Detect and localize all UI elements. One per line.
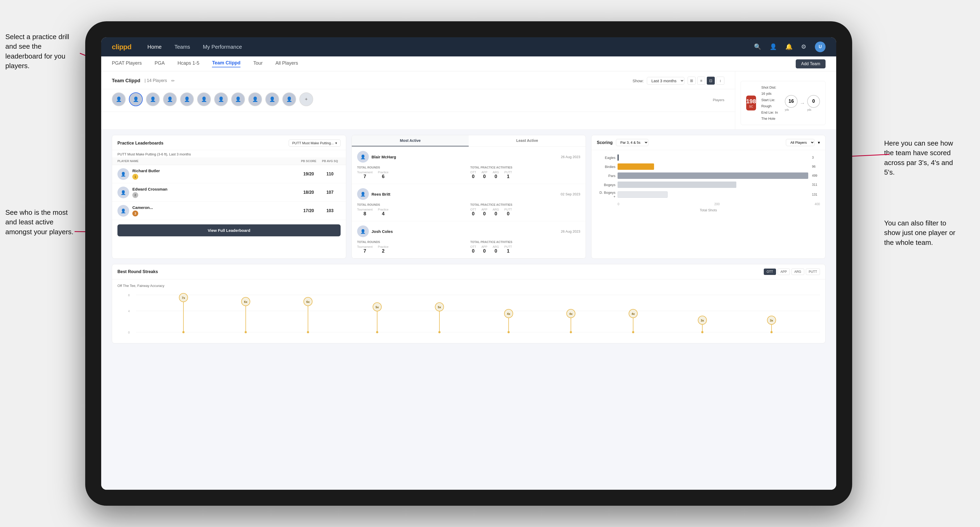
svg-point-40	[632, 331, 634, 333]
table-row: 👤 Edward Crossman 2 18/20 107	[112, 183, 346, 202]
player-avatar-7[interactable]: 👤	[214, 92, 228, 106]
player-avatar-9[interactable]: 👤	[248, 92, 262, 106]
streak-filter-arg[interactable]: ARG	[791, 268, 804, 275]
shot-arrow-icon: →	[800, 100, 805, 106]
annotation-bottom-left: See who is the most and least active amo…	[5, 208, 77, 237]
practice-values-2: OTT 0 APP 0 ARG 0	[470, 208, 580, 217]
view-icons: ⊞ ≡ ⊡ ↕	[687, 77, 724, 85]
scoring-filter-par[interactable]: Par 3, 4 & 5s Par 3s Par 4s Par 5s	[616, 139, 648, 146]
svg-text:4x: 4x	[507, 312, 511, 316]
svg-text:6x: 6x	[306, 300, 310, 303]
streak-filter-ott[interactable]: OTT	[764, 268, 776, 275]
streak-filter-putt[interactable]: PUTT	[806, 268, 820, 275]
sub-nav-tour[interactable]: Tour	[253, 60, 262, 67]
nav-logo: clippd	[112, 43, 132, 51]
player-avatar-6[interactable]: 👤	[197, 92, 211, 106]
ipad-frame: clippd Home Teams My Performance 🔍 👤 🔔 ⚙…	[85, 21, 852, 506]
nav-home[interactable]: Home	[148, 44, 162, 50]
sub-nav-pga[interactable]: PGA	[154, 60, 165, 67]
player-avatar-5[interactable]: 👤	[180, 92, 194, 106]
shot-card: 198 SC Shot Dist: 16 yds Start Lie: Roug…	[741, 81, 826, 125]
settings-icon[interactable]: ⚙	[801, 43, 807, 50]
view-list-icon[interactable]: ↕	[716, 77, 724, 85]
cards-grid: Practice Leaderboards PUTT Must Make Put…	[101, 130, 836, 264]
scoring-chart: Eagles 3 Birdies 96	[592, 150, 825, 216]
view-card-icon[interactable]: ⊡	[707, 77, 715, 85]
search-icon[interactable]: 🔍	[754, 43, 761, 50]
sub-nav-pgat[interactable]: PGAT Players	[112, 60, 142, 67]
player-avatar-all[interactable]: +	[299, 92, 313, 106]
nav-icons: 🔍 👤 🔔 ⚙ U	[754, 41, 826, 52]
chart-bar-container-birdies	[617, 163, 808, 170]
top-nav: clippd Home Teams My Performance 🔍 👤 🔔 ⚙…	[101, 37, 836, 56]
practice-activities-group-3: Total Practice Activities OTT 0 APP 0	[470, 240, 580, 254]
person-icon[interactable]: 👤	[770, 43, 777, 50]
activity-stats-2: Total Rounds Tournament 8 Practice 4	[357, 203, 580, 217]
putt-col-3: PUTT 1	[504, 245, 512, 254]
svg-point-16	[245, 331, 247, 333]
player-avatar-8[interactable]: 👤	[231, 92, 245, 106]
show-select[interactable]: Last 3 months Last 6 months Last year	[647, 77, 684, 85]
chevron-down-icon: ▾	[335, 141, 337, 145]
nav-my-performance[interactable]: My Performance	[203, 44, 242, 50]
add-team-button[interactable]: Add Team	[796, 59, 826, 68]
chart-bar-dbogeys	[617, 191, 668, 198]
player-avatar-2[interactable]: 👤	[129, 92, 143, 106]
view-grid-icon[interactable]: ⊞	[687, 77, 695, 85]
player-avatar-4[interactable]: 👤	[163, 92, 177, 106]
player-score-2: 18/20	[298, 190, 319, 195]
svg-text:6x: 6x	[244, 300, 248, 303]
svg-text:3x: 3x	[701, 319, 704, 322]
player-avatar-3[interactable]: 👤	[146, 92, 160, 106]
view-table-icon[interactable]: ≡	[697, 77, 705, 85]
user-avatar[interactable]: U	[815, 41, 826, 52]
streak-filter-app[interactable]: APP	[778, 268, 790, 275]
app-col: APP 0	[482, 171, 487, 179]
chart-x-axis: 0 200 400	[597, 201, 820, 206]
top-left-section: Team Clippd | 14 Players ✏ Show: Last 3 …	[101, 71, 735, 129]
sub-nav-all-players[interactable]: All Players	[275, 60, 298, 67]
leaderboard-filter[interactable]: PUTT Must Make Putting... ▾	[289, 140, 340, 147]
chart-label-pars: Pars	[597, 174, 616, 178]
player-row-name-2: Edward Crossman	[132, 187, 167, 191]
svg-point-36	[570, 331, 572, 333]
view-full-leaderboard-button[interactable]: View Full Leaderboard	[118, 224, 340, 237]
svg-point-44	[701, 331, 703, 333]
shot-info-text: Shot Dist: 16 yds Start Lie: Rough End L…	[761, 84, 780, 122]
chart-val-birdies: 96	[812, 165, 820, 168]
player-score-1: 19/20	[298, 171, 319, 176]
main-content: Team Clippd | 14 Players ✏ Show: Last 3 …	[101, 71, 836, 490]
player-row-avatar-2: 👤	[118, 187, 129, 198]
leaderboard-table-header: PLAYER NAME PB SCORE PB AVG SQ	[112, 157, 346, 165]
rank-badge-2: 2	[132, 192, 138, 198]
rounds-values: Tournament 7 Practice 6	[357, 171, 467, 179]
scoring-filter-player[interactable]: All Players	[786, 139, 815, 146]
nav-links: Home Teams My Performance	[148, 44, 754, 50]
edit-icon[interactable]: ✏	[171, 78, 175, 83]
scoring-title: Scoring	[597, 140, 613, 145]
total-rounds-label: Total Rounds	[357, 166, 467, 169]
activity-player-header-3: 👤 Josh Coles 26 Aug 2023	[357, 225, 580, 237]
activity-date-2: 02 Sep 2023	[561, 192, 580, 196]
svg-point-48	[770, 331, 773, 333]
svg-text:7x: 7x	[182, 296, 185, 300]
arg-col: ARG 0	[493, 171, 499, 179]
player-avatar-10[interactable]: 👤	[265, 92, 279, 106]
chart-val-bogeys: 311	[812, 183, 820, 187]
tab-most-active[interactable]: Most Active	[352, 135, 469, 146]
chart-row-eagles: Eagles 3	[597, 154, 820, 161]
activity-player-header-2: 👤 Rees Britt 02 Sep 2023	[357, 188, 580, 200]
practice-col: Practice 6	[378, 171, 388, 179]
total-rounds-group: Total Rounds Tournament 7 Practice 6	[357, 166, 467, 179]
player-avatar-1[interactable]: 👤	[112, 92, 126, 106]
bell-icon[interactable]: 🔔	[785, 43, 792, 50]
nav-teams[interactable]: Teams	[174, 44, 190, 50]
tab-least-active[interactable]: Least Active	[469, 135, 585, 146]
shot-badge: 198 SC	[746, 95, 756, 110]
shot-info-section: 198 SC Shot Dist: 16 yds Start Lie: Roug…	[735, 71, 836, 129]
player-avatar-11[interactable]: 👤	[282, 92, 296, 106]
sub-nav-hcaps[interactable]: Hcaps 1-5	[177, 60, 199, 67]
player-row-info-2: 👤 Edward Crossman 2	[118, 187, 298, 198]
app-col-3: APP 0	[482, 245, 487, 254]
sub-nav-team-clippd[interactable]: Team Clippd	[212, 60, 240, 67]
